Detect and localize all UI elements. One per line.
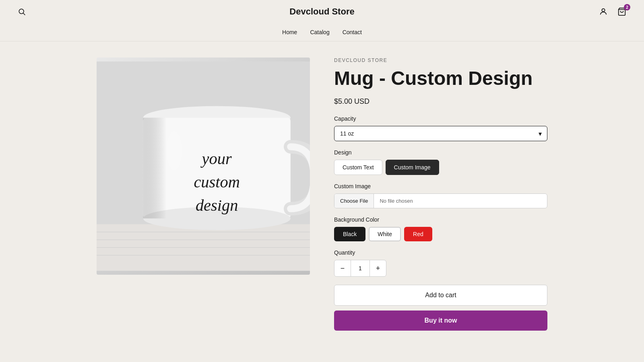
- bg-color-section: Background Color Black White Red: [334, 216, 547, 241]
- svg-point-0: [19, 9, 24, 14]
- add-to-cart-button[interactable]: Add to cart: [334, 285, 547, 306]
- account-button[interactable]: [597, 6, 609, 18]
- search-icon: [18, 8, 26, 16]
- svg-text:your: your: [200, 150, 232, 168]
- product-image: your custom design: [97, 58, 310, 275]
- file-input-wrapper: Choose File No file chosen: [334, 193, 547, 208]
- svg-rect-13: [143, 118, 167, 219]
- quantity-increase-button[interactable]: +: [370, 260, 386, 276]
- product-image-container: your custom design: [97, 58, 310, 275]
- color-options-group: Black White Red: [334, 227, 547, 241]
- choose-file-button[interactable]: Choose File: [334, 194, 374, 208]
- design-custom-text-button[interactable]: Custom Text: [334, 160, 382, 175]
- buy-now-button[interactable]: Buy it now: [334, 311, 547, 331]
- color-red-button[interactable]: Red: [404, 227, 432, 241]
- svg-text:design: design: [196, 196, 238, 214]
- capacity-select[interactable]: 11 oz 15 oz: [334, 126, 547, 141]
- product-price: $5.00 USD: [334, 97, 547, 106]
- main-nav: Home Catalog Contact: [16, 23, 628, 41]
- nav-contact[interactable]: Contact: [343, 29, 362, 35]
- search-button[interactable]: [16, 6, 27, 17]
- svg-text:custom: custom: [194, 173, 240, 191]
- capacity-select-wrapper: 11 oz 15 oz: [334, 126, 547, 141]
- product-title: Mug - Custom Design: [334, 67, 547, 89]
- svg-point-17: [166, 131, 182, 170]
- design-label: Design: [334, 149, 547, 156]
- color-black-button[interactable]: Black: [334, 227, 365, 241]
- capacity-section: Capacity 11 oz 15 oz: [334, 115, 547, 141]
- svg-point-2: [602, 9, 605, 12]
- account-icon: [599, 7, 608, 16]
- quantity-label: Quantity: [334, 249, 547, 256]
- nav-home[interactable]: Home: [282, 29, 297, 35]
- brand-label: DEVCLOUD STORE: [334, 58, 547, 63]
- color-white-button[interactable]: White: [369, 227, 401, 241]
- file-name-display: No file chosen: [374, 194, 547, 208]
- design-toggle-group: Custom Text Custom Image: [334, 160, 547, 175]
- quantity-display: 1: [351, 260, 370, 276]
- cart-badge: 2: [624, 4, 630, 10]
- quantity-section: Quantity − 1 +: [334, 249, 547, 277]
- design-section: Design Custom Text Custom Image: [334, 149, 547, 175]
- cart-button[interactable]: 2: [616, 6, 628, 18]
- svg-line-1: [23, 13, 25, 15]
- quantity-decrease-button[interactable]: −: [334, 260, 351, 276]
- capacity-label: Capacity: [334, 115, 547, 122]
- custom-image-section: Custom Image Choose File No file chosen: [334, 183, 547, 208]
- header: Devcloud Store 2: [0, 0, 644, 41]
- store-title: Devcloud Store: [289, 6, 354, 16]
- mug-illustration: your custom design: [97, 58, 310, 275]
- product-details: DEVCLOUD STORE Mug - Custom Design $5.00…: [334, 58, 547, 331]
- main-content: your custom design DEVCLOUD STORE Mu: [0, 41, 644, 347]
- action-buttons: Add to cart Buy it now: [334, 285, 547, 331]
- nav-catalog[interactable]: Catalog: [310, 29, 329, 35]
- custom-image-label: Custom Image: [334, 183, 547, 189]
- quantity-control: − 1 +: [334, 260, 386, 277]
- bg-color-label: Background Color: [334, 216, 547, 223]
- design-custom-image-button[interactable]: Custom Image: [386, 160, 439, 175]
